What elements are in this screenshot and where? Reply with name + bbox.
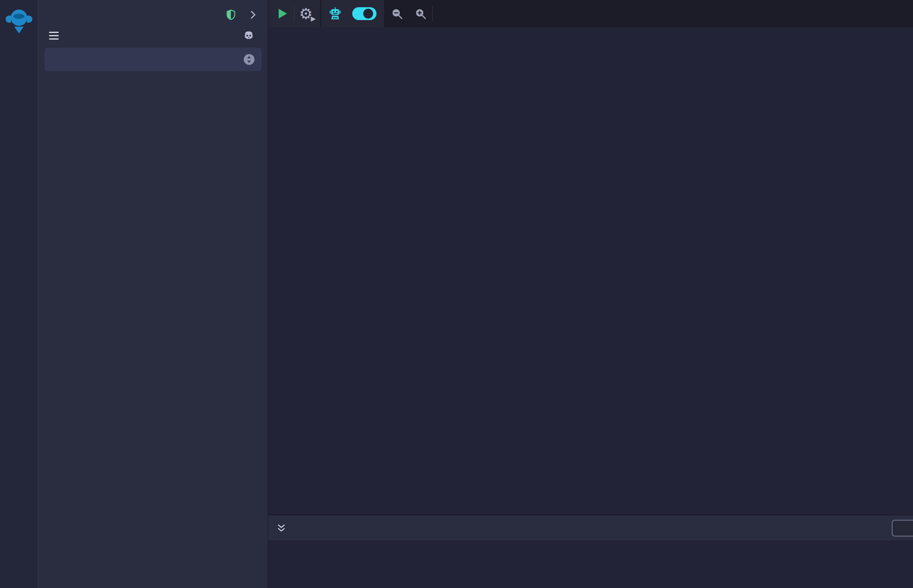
script-config-button[interactable]: ⚙▶	[294, 0, 318, 27]
remix-ai-assistant-button[interactable]	[324, 0, 347, 27]
github-sign-in-button[interactable]	[243, 30, 259, 41]
collapse-panel-icon[interactable]	[247, 9, 259, 21]
remix-logo[interactable]	[5, 5, 32, 34]
github-icon	[243, 30, 255, 41]
gear-icon: ⚙▶	[299, 6, 313, 21]
ai-segment	[321, 0, 384, 27]
zoom-out-button[interactable]	[385, 0, 409, 27]
mini-play-icon: ▶	[311, 16, 316, 22]
shield-icon	[225, 9, 236, 21]
file-tree	[38, 87, 268, 588]
icon-rail	[0, 0, 38, 588]
run-script-button[interactable]	[270, 0, 294, 27]
editor-column: ⚙▶	[268, 0, 913, 588]
run-segment: ⚙▶	[268, 0, 320, 27]
workspace-select-arrows-icon	[243, 53, 256, 66]
file-explorer-panel	[38, 0, 268, 588]
file-explorer-header	[38, 0, 268, 24]
tab-strip	[432, 0, 913, 27]
terminal-bar-right	[871, 520, 913, 536]
robot-icon	[328, 6, 342, 21]
terminal-expand-icon[interactable]	[276, 522, 287, 534]
terminal-bar[interactable]	[268, 515, 913, 541]
workspaces-menu-icon[interactable]	[48, 31, 60, 40]
workspace-select[interactable]	[44, 48, 262, 71]
file-explorer-toolbar	[38, 73, 268, 87]
editor-header-bar: ⚙▶	[268, 0, 913, 27]
code-editor[interactable]	[268, 27, 913, 515]
zoom-in-button[interactable]	[409, 0, 432, 27]
terminal-output[interactable]	[268, 541, 913, 588]
toggle-knob	[363, 9, 373, 19]
ai-copilot-toggle[interactable]	[352, 7, 377, 20]
remix-ide-window: ⚙▶	[0, 0, 913, 588]
workspaces-row	[38, 24, 268, 44]
terminal-search-input[interactable]	[892, 520, 913, 536]
